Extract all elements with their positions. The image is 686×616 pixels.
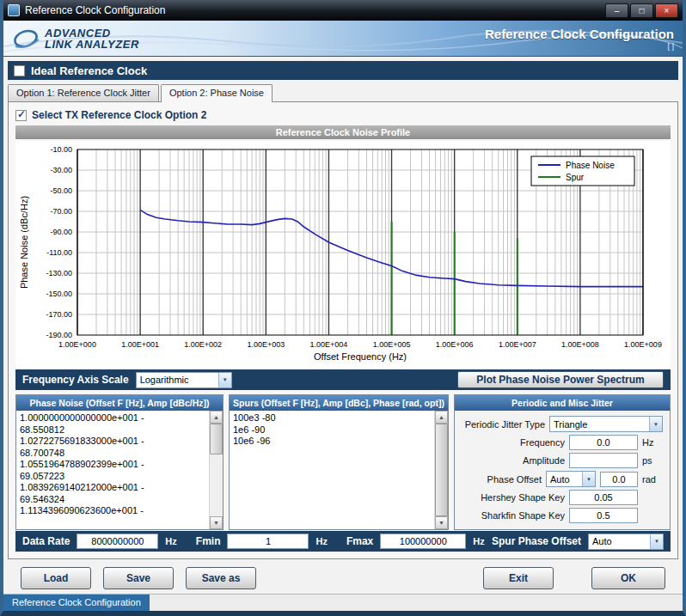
titlebar: Reference Clock Configuration – □ × (3, 0, 683, 21)
minimize-button[interactable]: – (605, 3, 628, 18)
amplitude-row: Amplitude ps (455, 453, 670, 468)
scrollbar-track[interactable] (210, 424, 223, 516)
header-banner: ADVANCED LINK ANALYZER Reference Clock C… (3, 21, 683, 57)
scrollbar-thumb[interactable] (435, 424, 448, 516)
banner-right: Reference Clock Configuration [ ] (485, 27, 683, 51)
phase-noise-panel-header: Phase Noise (Offset F [Hz], Amp [dBc/Hz]… (16, 395, 223, 411)
exit-button[interactable]: Exit (483, 567, 554, 589)
maximize-button[interactable]: □ (630, 3, 653, 18)
frequency-field[interactable] (569, 435, 638, 450)
noise-profile-header: Reference Clock Noise Profile (15, 125, 671, 139)
scrollbar-thumb[interactable] (210, 424, 223, 454)
ideal-reference-clock-checkbox[interactable] (14, 65, 25, 76)
phase-noise-data-textarea[interactable]: 1.0000000000000000e+001 - 68.550812 1.02… (16, 411, 223, 529)
logo-text: ADVANCED LINK ANALYZER (45, 27, 139, 50)
tab-option2-phase-noise[interactable]: Option 2: Phase Noise (161, 84, 273, 102)
close-button[interactable]: × (655, 3, 678, 18)
save-button[interactable]: Save (103, 567, 174, 589)
scrollbar-track[interactable] (435, 424, 448, 516)
tab-option1-reference-clock-jitter[interactable]: Option 1: Reference Clock Jitter (8, 84, 159, 101)
spur-phase-offset-value: Auto (589, 536, 650, 546)
svg-text:-170.00: -170.00 (46, 310, 72, 319)
phase-noise-scrollbar[interactable]: ▲ ▼ (209, 411, 223, 529)
advanced-link-analyzer-logo: ADVANCED LINK ANALYZER (3, 27, 139, 51)
plot-phase-noise-power-spectrum-button[interactable]: Plot Phase Noise Power Spectrum (457, 371, 664, 388)
spur-phase-offset-label: Spur Phase Offset (492, 535, 581, 547)
svg-text:Offset Frequency (Hz): Offset Frequency (Hz) (314, 351, 407, 362)
svg-text:1.00E+003: 1.00E+003 (247, 340, 285, 349)
data-rate-unit: Hz (165, 536, 176, 546)
load-button[interactable]: Load (21, 567, 91, 589)
frequency-row: Frequency Hz (455, 435, 670, 450)
amplitude-unit: ps (642, 455, 663, 466)
hershey-shape-key-row: Hershey Shape Key (455, 490, 670, 505)
frequency-axis-scale-select[interactable]: Logarithmic ▼ (136, 372, 232, 388)
select-tx-option2-checkbox[interactable] (15, 110, 27, 121)
banner-title: Reference Clock Configuration (485, 27, 674, 41)
phase-offset-mode-value: Auto (547, 474, 582, 485)
scroll-down-icon[interactable]: ▼ (210, 516, 223, 529)
phase-noise-data-panel: Phase Noise (Offset F [Hz], Amp [dBc/Hz]… (15, 394, 224, 530)
svg-text:-50.00: -50.00 (50, 186, 72, 195)
option-tabs: Option 1: Reference Clock Jitter Option … (8, 84, 678, 101)
spur-phase-offset-select[interactable]: Auto ▼ (588, 534, 664, 550)
status-bar: Reference Clock Configuration (3, 594, 683, 611)
svg-text:1.00E+008: 1.00E+008 (561, 340, 599, 349)
frequency-axis-scale-bar: Frequency Axis Scale Logarithmic ▼ Plot … (15, 369, 671, 390)
amplitude-field[interactable] (569, 453, 638, 468)
svg-text:-130.00: -130.00 (46, 269, 72, 278)
jitter-panel-body: Periodic Jitter Type Triangle ▼ Frequenc… (455, 411, 670, 529)
data-rate-field[interactable] (77, 534, 158, 549)
chevron-down-icon: ▼ (218, 373, 231, 387)
chevron-down-icon: ▼ (649, 417, 662, 431)
spurs-panel-header: Spurs (Offset F [Hz], Amp [dBc], Phase [… (230, 395, 448, 411)
phase-noise-chart: -10.00-30.00-50.00-70.00-90.00-110.00-13… (15, 141, 667, 366)
fmax-label: Fmax (346, 535, 373, 547)
spurs-scrollbar[interactable]: ▲ ▼ (434, 411, 448, 529)
fmin-unit: Hz (315, 536, 327, 546)
sharkfin-shape-key-field[interactable] (569, 508, 638, 523)
data-rate-label: Data Rate (22, 535, 70, 547)
action-buttons-row: Load Save Save as Exit OK (3, 566, 683, 590)
phase-noise-chart-container: -10.00-30.00-50.00-70.00-90.00-110.00-13… (15, 141, 671, 369)
sharkfin-shape-key-row: Sharkfin Shape Key (455, 508, 670, 523)
phase-offset-field[interactable] (600, 472, 638, 487)
svg-text:1.00E+004: 1.00E+004 (310, 340, 348, 349)
phase-offset-label: Phase Offset (487, 474, 542, 485)
svg-text:-70.00: -70.00 (50, 207, 72, 216)
chevron-down-icon: ▼ (582, 472, 595, 486)
scroll-up-icon[interactable]: ▲ (210, 411, 223, 424)
svg-text:1.00E+001: 1.00E+001 (121, 340, 159, 349)
select-tx-option2-label: Select TX Reference Clock Option 2 (32, 109, 206, 121)
phase-offset-unit: rad (642, 474, 663, 485)
periodic-jitter-type-select[interactable]: Triangle ▼ (549, 416, 663, 432)
window-controls: – □ × (605, 3, 678, 18)
advanced-link-analyzer-logo-icon (12, 27, 41, 51)
frequency-axis-scale-value: Logarithmic (137, 375, 218, 385)
ideal-reference-clock-bar: Ideal Reference Clock (8, 61, 678, 80)
svg-text:-30.00: -30.00 (50, 166, 72, 174)
spurs-data-textarea[interactable]: 100e3 -80 1e6 -90 10e6 -96 (230, 411, 448, 529)
hershey-shape-key-label: Hershey Shape Key (481, 492, 565, 503)
fmax-field[interactable] (380, 534, 466, 549)
svg-text:-10.00: -10.00 (50, 145, 72, 154)
window-title: Reference Clock Configuration (25, 4, 600, 16)
svg-text:Phase Noise: Phase Noise (566, 161, 615, 170)
hershey-shape-key-field[interactable] (569, 490, 638, 505)
window-icon[interactable] (8, 4, 20, 16)
scroll-up-icon[interactable]: ▲ (435, 411, 448, 424)
svg-text:1.00E+006: 1.00E+006 (436, 340, 474, 349)
frequency-unit: Hz (642, 437, 663, 448)
phase-offset-mode-select[interactable]: Auto ▼ (546, 471, 596, 487)
periodic-jitter-type-value: Triangle (550, 419, 649, 430)
spurs-panel-body: 100e3 -80 1e6 -90 10e6 -96 ▲ ▼ (230, 411, 448, 529)
save-as-button[interactable]: Save as (186, 567, 256, 589)
periodic-jitter-type-row: Periodic Jitter Type Triangle ▼ (455, 416, 670, 432)
logo-line1: ADVANCED (45, 27, 139, 39)
scroll-down-icon[interactable]: ▼ (435, 516, 448, 529)
jitter-panel-header: Periodic and Misc Jitter (455, 395, 670, 411)
svg-text:1.00E+000: 1.00E+000 (58, 340, 96, 349)
fmin-field[interactable] (227, 534, 309, 549)
svg-text:-110.00: -110.00 (46, 248, 72, 257)
ok-button[interactable]: OK (591, 567, 665, 589)
